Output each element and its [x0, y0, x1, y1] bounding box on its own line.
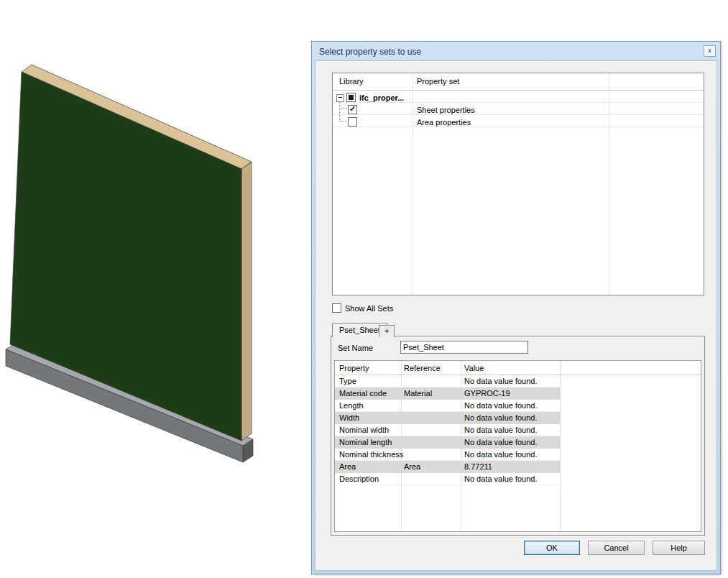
- ok-button[interactable]: OK: [524, 541, 580, 555]
- table-row[interactable]: Material code Material GYPROC-19: [335, 387, 561, 400]
- tree-expand-toggle[interactable]: [336, 94, 344, 102]
- checkbox-ifc-properties[interactable]: [346, 93, 356, 102]
- grid-column-value: Value: [464, 364, 484, 372]
- grid-line: [413, 73, 413, 295]
- table-row[interactable]: Description No data value found.: [335, 473, 561, 485]
- minus-icon: [338, 97, 342, 98]
- table-row[interactable]: Nominal thickness No data value found.: [335, 449, 561, 461]
- grid-line: [609, 73, 609, 295]
- dialog-titlebar[interactable]: Select property sets to use x: [312, 42, 720, 60]
- dialog-content: Library Property set ifc_proper... Sheet…: [315, 60, 717, 571]
- property-grid: Property Reference Value Type No data va…: [334, 360, 701, 532]
- property-grid-rows: Type No data value found. Material code …: [335, 375, 701, 485]
- close-icon[interactable]: x: [704, 45, 716, 57]
- tree-column-property-set: Property set: [417, 77, 459, 86]
- cancel-button[interactable]: Cancel: [588, 541, 645, 555]
- tree-column-library: Library: [339, 77, 364, 86]
- panel-right-edge: [241, 162, 252, 441]
- tree-item-label: Sheet properties: [417, 106, 475, 114]
- grid-column-reference: Reference: [404, 364, 441, 372]
- grid-line: [333, 102, 704, 103]
- tree-item-label: Area properties: [417, 118, 471, 127]
- checkbox-area-properties[interactable]: [348, 117, 357, 127]
- checkbox-sheet-properties[interactable]: [348, 105, 357, 114]
- dialog-title: Select property sets to use: [319, 47, 421, 57]
- set-name-label: Set Name: [338, 344, 373, 352]
- property-set-tree: Library Property set ifc_proper... Sheet…: [332, 73, 704, 295]
- grid-column-property: Property: [339, 364, 369, 372]
- table-row[interactable]: Length No data value found.: [335, 400, 561, 412]
- help-button[interactable]: Help: [653, 541, 705, 555]
- panel-front-face: [10, 72, 241, 441]
- dialog-select-property-sets: Select property sets to use x Library Pr…: [311, 41, 721, 574]
- tab-add-set[interactable]: +: [379, 325, 395, 337]
- grid-line: [333, 90, 704, 91]
- show-all-sets-label: Show All Sets: [345, 304, 393, 313]
- table-row[interactable]: Width No data value found.: [335, 412, 561, 424]
- table-row[interactable]: Nominal length No data value found.: [335, 436, 561, 449]
- set-details-pane: Set Name Property Reference Value Type N…: [331, 336, 705, 536]
- grid-line: [333, 114, 704, 115]
- tree-connector: [339, 102, 340, 121]
- show-all-sets-checkbox[interactable]: [332, 303, 341, 313]
- set-name-input[interactable]: [400, 341, 528, 354]
- tree-connector: [340, 121, 347, 121]
- table-row[interactable]: Nominal width No data value found.: [335, 424, 561, 436]
- model-viewport: [0, 0, 316, 503]
- tree-root-label: ifc_proper...: [359, 93, 404, 102]
- table-row[interactable]: Area Area 8.77211: [335, 461, 561, 473]
- grid-line: [333, 127, 704, 127]
- table-row[interactable]: Type No data value found.: [335, 375, 561, 387]
- tree-connector: [340, 109, 347, 109]
